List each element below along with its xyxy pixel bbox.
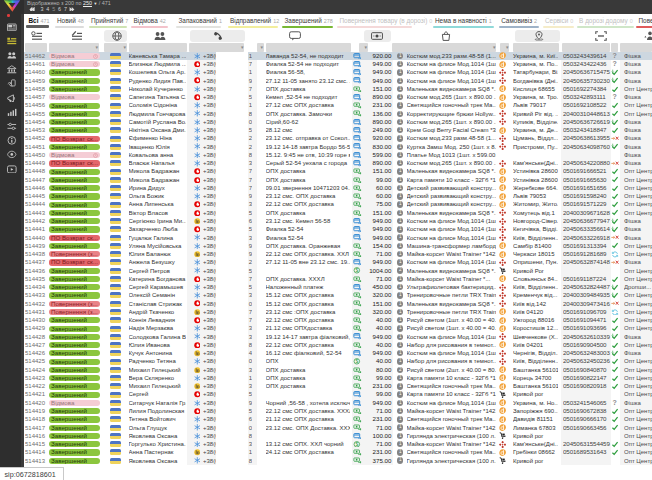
svg-text:$: $ <box>355 268 358 273</box>
svg-text:$: $ <box>355 442 358 447</box>
svg-text:$: $ <box>355 359 358 364</box>
